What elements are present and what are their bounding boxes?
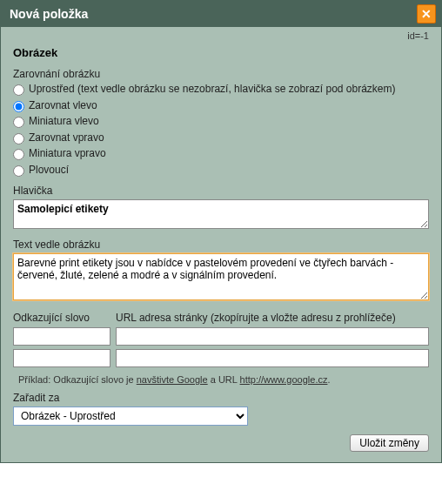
align-option: Plovoucí (13, 164, 429, 178)
links-header: Odkazující slovo URL adresa stránky (zko… (13, 312, 429, 324)
link-url-input[interactable] (116, 349, 429, 367)
align-option: Miniatura vpravo (13, 147, 429, 161)
dialog-footer: Uložit změny (13, 434, 429, 452)
link-word-input[interactable] (13, 327, 110, 346)
links-example: Příklad: Odkazující slovo je navštivte G… (18, 374, 429, 385)
example-prefix: Příklad: Odkazující slovo je (18, 374, 137, 385)
align-option-label: Miniatura vpravo (29, 147, 106, 161)
close-button[interactable]: ✕ (417, 4, 436, 24)
heading-label: Hlavička (13, 185, 429, 197)
link-word-label: Odkazující slovo (13, 312, 116, 324)
example-link-text[interactable]: navštivte Google (137, 374, 208, 385)
align-option: Uprostřed (text vedle obrázku se nezobra… (13, 83, 429, 97)
align-radio[interactable] (13, 101, 24, 112)
link-row (13, 327, 429, 346)
align-option: Zarovnat vpravo (13, 131, 429, 145)
align-option-label: Zarovnat vlevo (29, 99, 97, 113)
link-word-input[interactable] (13, 349, 110, 367)
align-option-label: Miniatura vlevo (29, 115, 99, 129)
link-url-input[interactable] (116, 327, 429, 346)
align-radio[interactable] (13, 84, 24, 96)
align-radio[interactable] (13, 117, 24, 128)
order-label: Zařadit za (13, 392, 429, 404)
body-label: Text vedle obrázku (13, 239, 429, 251)
align-label: Zarovnání obrázku (13, 68, 429, 80)
align-radio-group: Uprostřed (text vedle obrázku se nezobra… (13, 83, 429, 178)
heading-input[interactable] (13, 199, 429, 229)
align-radio[interactable] (13, 133, 24, 144)
example-suffix: . (327, 374, 330, 385)
body-input[interactable] (13, 253, 429, 300)
align-option-label: Zarovnat vpravo (29, 131, 104, 145)
close-icon: ✕ (421, 8, 432, 20)
titlebar: Nová položka ✕ (1, 1, 441, 27)
example-mid: a URL (208, 374, 240, 385)
align-radio[interactable] (13, 149, 24, 160)
dialog-window: Nová položka ✕ id=-1 Obrázek Zarovnání o… (0, 0, 442, 463)
link-url-label: URL adresa stránky (zkopírujte a vložte … (116, 312, 429, 324)
order-select[interactable]: Obrázek - Uprostřed (13, 407, 248, 426)
align-radio[interactable] (13, 165, 24, 177)
section-heading: Obrázek (13, 46, 429, 59)
link-rows (13, 327, 429, 367)
dialog-content: id=-1 Obrázek Zarovnání obrázku Uprostře… (1, 27, 441, 462)
record-id: id=-1 (13, 30, 429, 43)
align-option: Miniatura vlevo (13, 115, 429, 129)
align-option-label: Uprostřed (text vedle obrázku se nezobra… (29, 83, 396, 97)
link-row (13, 349, 429, 367)
save-button[interactable]: Uložit změny (350, 434, 429, 452)
align-option: Zarovnat vlevo (13, 99, 429, 113)
example-link-url[interactable]: http://www.google.cz (240, 374, 328, 385)
window-title: Nová položka (10, 7, 88, 21)
align-option-label: Plovoucí (29, 164, 69, 178)
